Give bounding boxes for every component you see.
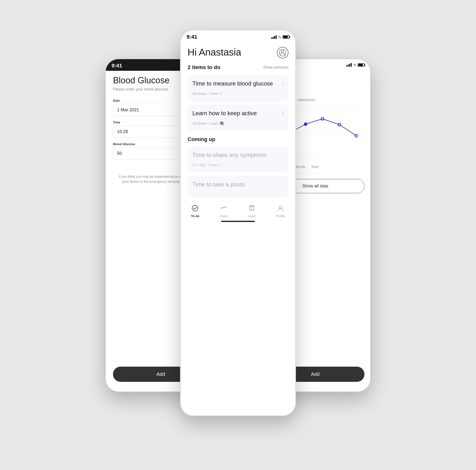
- center-header: Hi Anastasia: [187, 47, 289, 58]
- task-title-1: Time to measure blood glucose: [192, 80, 284, 87]
- coming-up-title-2: Time to take a photo: [192, 181, 284, 188]
- profile-avatar-icon[interactable]: [277, 47, 289, 58]
- wifi-right: ∿: [353, 63, 356, 67]
- svg-point-4: [279, 206, 282, 209]
- tab-track-label: Track: [220, 214, 227, 218]
- tab-track[interactable]: Track: [220, 205, 227, 218]
- task-title-2: Learn how to keep active: [192, 110, 284, 117]
- svg-text:Wed: Wed: [302, 159, 309, 160]
- svg-text:Thur: Thur: [319, 159, 326, 160]
- todo-section-header: 2 items to do Show previous: [187, 64, 289, 70]
- todo-count: 2 items to do: [187, 64, 220, 70]
- tab-todo[interactable]: To do: [191, 205, 199, 218]
- tab-profile-label: Profile: [276, 214, 285, 218]
- coming-up-title-1: Time to share any symptoms: [192, 152, 284, 159]
- time-left: 9:41: [112, 63, 122, 69]
- coming-up-card-2[interactable]: Time to take a photo: [187, 176, 289, 198]
- tab-learn-label: Learn: [248, 214, 256, 218]
- period-year[interactable]: Year: [311, 165, 319, 171]
- svg-text:Sat: Sat: [354, 159, 359, 160]
- svg-point-2: [192, 205, 198, 211]
- learn-icon: [248, 205, 255, 213]
- battery-right: [358, 63, 364, 67]
- svg-point-13: [304, 123, 307, 126]
- tab-bar: To do Track: [181, 201, 295, 220]
- status-icons-center: ∿: [271, 35, 289, 39]
- coming-up-card-1[interactable]: Time to share any symptoms In 1 day · Tr…: [187, 146, 289, 173]
- coming-up-title: Coming up: [187, 136, 289, 142]
- signal-right: [346, 63, 352, 67]
- tab-todo-label: To do: [191, 214, 199, 218]
- chevron-1: ›: [282, 80, 284, 86]
- home-indicator-center: [181, 220, 295, 225]
- status-icons-right: ∿: [346, 63, 364, 67]
- tab-learn[interactable]: Learn: [248, 205, 256, 218]
- period-month[interactable]: Month: [294, 165, 305, 171]
- signal-center: [271, 35, 277, 39]
- time-center: 9:41: [187, 34, 197, 40]
- chevron-2: ›: [282, 110, 284, 115]
- svg-point-1: [281, 50, 284, 53]
- task-card-2[interactable]: Learn how to keep active 10:00am · Learn…: [187, 104, 289, 131]
- phone-center: 9:41 ∿ Hi Anastasia: [180, 30, 296, 416]
- track-icon-1: ♲: [220, 91, 222, 96]
- task-meta-2: 10:00am · Learn 📚: [192, 121, 284, 126]
- task-card-1[interactable]: Time to measure blood glucose 10:00am · …: [187, 75, 289, 101]
- status-bar-center: 9:41 ∿: [181, 30, 295, 42]
- greeting: Hi Anastasia: [187, 47, 241, 58]
- tab-profile[interactable]: Profile: [276, 205, 285, 218]
- center-content: Hi Anastasia 2 items to do Show previous…: [181, 42, 295, 201]
- track-icon-cu1: ♲: [218, 163, 221, 167]
- task-meta-1: 10:00am · Track ♲: [192, 91, 284, 96]
- todo-icon: [192, 205, 198, 213]
- profile-tab-icon: [277, 205, 284, 213]
- track-icon: [220, 205, 227, 213]
- learn-icon-2: 📚: [220, 121, 224, 125]
- show-previous[interactable]: Show previous: [263, 65, 289, 70]
- svg-text:Fri: Fri: [338, 159, 341, 160]
- battery-center: [283, 35, 289, 39]
- home-bar: [221, 221, 255, 222]
- coming-up-meta-1: In 1 day · Track ♲: [192, 163, 284, 167]
- wifi-center: ∿: [278, 35, 281, 39]
